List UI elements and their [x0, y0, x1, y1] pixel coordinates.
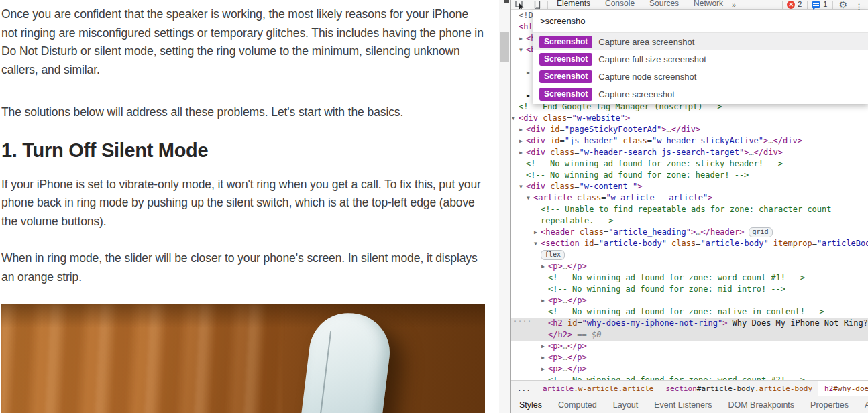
dom-tree-line[interactable]: <!-- No winning ad found for zone: stick…	[511, 158, 868, 170]
collapse-arrow-icon[interactable]: ▼	[519, 44, 523, 56]
error-count: 2	[798, 0, 802, 9]
devtools-toolbar: ElementsConsoleSourcesNetwork » ✕ 2 1 ⚙ …	[511, 0, 868, 10]
expand-arrow-icon[interactable]: ▶	[541, 341, 545, 352]
message-bubble-icon	[812, 1, 820, 8]
panel-tab-styles[interactable]: Styles	[511, 400, 550, 410]
expand-arrow-icon[interactable]: ▶	[527, 90, 530, 101]
more-tabs-icon[interactable]: »	[730, 1, 741, 9]
dom-tree-line[interactable]: ▼<div class="w-website">	[511, 113, 868, 124]
command-option[interactable]: ScreenshotCapture screenshot	[533, 85, 868, 103]
breadcrumb-item[interactable]: article.w-article.article	[537, 381, 660, 396]
devtools-tab-strip: ElementsConsoleSourcesNetwork	[549, 0, 730, 9]
dom-tree-line[interactable]: <!-- No winning ad found for zone: word …	[511, 375, 868, 380]
collapse-arrow-icon[interactable]: ▼	[527, 192, 530, 204]
expand-arrow-icon[interactable]: ▶	[541, 261, 545, 272]
panel-tab-computed[interactable]: Computed	[550, 400, 605, 410]
command-option[interactable]: ScreenshotCapture area screenshot	[533, 33, 868, 50]
toolbar-separator	[832, 1, 833, 9]
dom-tree-line[interactable]: <!-- No winning ad found for zone: heade…	[511, 170, 868, 181]
expand-arrow-icon[interactable]: ▶	[541, 295, 545, 306]
dom-tree-line[interactable]: ▶<div id="pageStickyFooterAd">…</div>	[511, 124, 868, 135]
dom-tree-line[interactable]: ▶<p>…</p>	[511, 261, 868, 272]
expand-arrow-icon[interactable]: ▶	[541, 363, 545, 375]
command-palette: >screensho ScreenshotCapture area screen…	[533, 10, 868, 104]
article-paragraph: The solutions below will address all the…	[1, 103, 487, 122]
expand-arrow-icon[interactable]: ▶	[519, 33, 523, 44]
panel-tab-layout[interactable]: Layout	[605, 400, 647, 410]
breadcrumb-item[interactable]: ...	[511, 381, 537, 396]
browser-page: Once you are confident that the speaker …	[0, 0, 499, 413]
collapse-arrow-icon[interactable]: ▼	[534, 238, 537, 249]
dom-tree-line[interactable]: repeatable. -->	[511, 215, 868, 227]
breadcrumb: ...article.w-article.articlesection#arti…	[511, 380, 868, 396]
collapse-arrow-icon[interactable]: ▼	[512, 113, 515, 124]
issues-counter[interactable]: 1	[809, 0, 831, 9]
collapse-arrow-icon[interactable]: ▼	[519, 181, 523, 192]
dom-tree-line[interactable]: ▶<p>…</p>	[511, 363, 868, 375]
dom-tree-line-selected[interactable]: </h2> == $0	[511, 329, 868, 341]
breadcrumb-item[interactable]: h2#why-does-my-iphone-not-ring	[818, 381, 868, 396]
dom-tree-line[interactable]: <!-- No winning ad found for zone: word …	[511, 272, 868, 284]
kebab-menu-icon[interactable]: ⋮	[853, 5, 868, 9]
command-option-label: Capture full size screenshot	[598, 54, 706, 64]
dom-tree-line[interactable]: <!-- Unable to find repeatable ads for z…	[511, 204, 868, 215]
section-heading: 1. Turn Off Silent Mode	[1, 139, 487, 162]
breadcrumb-item[interactable]: section#article-body.article-body	[659, 381, 818, 396]
dom-tree-line[interactable]: flex	[511, 249, 868, 261]
screenshot-category-badge: Screenshot	[539, 70, 592, 83]
article-paragraph: Once you are confident that the speaker …	[1, 5, 487, 79]
dom-tree-line-selected[interactable]: ····<h2 id="why-does-my-iphone-not-ring"…	[511, 318, 868, 329]
command-option[interactable]: ScreenshotCapture full size screenshot	[533, 50, 868, 68]
toolbar-separator	[782, 1, 783, 9]
page-scrollbar[interactable]	[499, 0, 510, 413]
dom-tree-line[interactable]: ▶<p>…</p>	[511, 341, 868, 352]
devtools-tab-console[interactable]: Console	[598, 0, 642, 9]
devtools-tab-elements[interactable]: Elements	[549, 0, 598, 9]
inspect-element-icon[interactable]	[511, 0, 529, 9]
scrollbar-up-arrow[interactable]	[504, 0, 509, 3]
dom-tree-line[interactable]: ▼<article class="w-article article">	[511, 192, 868, 204]
screenshot-category-badge: Screenshot	[539, 88, 592, 101]
error-icon: ✕	[787, 1, 795, 9]
toolbar-separator	[807, 1, 808, 9]
command-options-list: ScreenshotCapture area screenshotScreens…	[533, 33, 868, 103]
panel-tab-dom-breakpoints[interactable]: DOM Breakpoints	[720, 400, 802, 410]
settings-gear-icon[interactable]: ⚙	[834, 1, 853, 9]
error-counter[interactable]: ✕ 2	[784, 0, 806, 9]
command-input[interactable]: >screensho	[533, 10, 868, 33]
scrollbar-thumb[interactable]	[500, 32, 509, 62]
devtools-tab-network[interactable]: Network	[686, 0, 730, 9]
expand-arrow-icon[interactable]: ▶	[519, 135, 523, 147]
panel-tab-accessibility[interactable]: Accessibility	[857, 400, 868, 410]
devtools-panel: ElementsConsoleSourcesNetwork » ✕ 2 1 ⚙ …	[510, 0, 868, 413]
expand-arrow-icon[interactable]: ▶	[519, 124, 523, 135]
command-option[interactable]: ScreenshotCapture node screenshot	[533, 68, 868, 85]
command-option-label: Capture node screenshot	[598, 72, 696, 82]
node-overflow-dots[interactable]: ····	[513, 316, 532, 327]
styles-panel-tabs: StylesComputedLayoutEvent ListenersDOM B…	[511, 396, 868, 413]
command-option-label: Capture screenshot	[598, 89, 674, 99]
devtools-tab-sources[interactable]: Sources	[642, 0, 686, 9]
device-toolbar-icon[interactable]	[529, 0, 546, 9]
command-option-label: Capture area screenshot	[598, 37, 694, 47]
dom-tree-line[interactable]: ▶<header class="article_heading">…</head…	[511, 227, 868, 238]
expand-arrow-icon[interactable]: ▶	[534, 227, 537, 238]
dom-tree-line[interactable]: ▶<div class="w-header-search js-search-t…	[511, 147, 868, 158]
dom-tree-line[interactable]: <!-- No winning ad found for zone: mid i…	[511, 284, 868, 295]
dom-tree-line[interactable]: ▶<p>…</p>	[511, 295, 868, 306]
dom-tree-line[interactable]: ▼<section id="article-body" class="artic…	[511, 238, 868, 249]
article-paragraph: If your iPhone is set to vibrate-only mo…	[1, 176, 487, 231]
command-query-text: >screensho	[540, 16, 586, 26]
expand-arrow-icon[interactable]: ▶	[527, 67, 530, 78]
panel-tab-properties[interactable]: Properties	[802, 400, 857, 410]
dom-tree-line[interactable]: <!-- No winning ad found for zone: nativ…	[511, 306, 868, 318]
expand-arrow-icon[interactable]: ▶	[519, 147, 523, 158]
screenshot-category-badge: Screenshot	[539, 53, 592, 66]
dom-tree-line[interactable]: ▶<div id="js-header" class="w-header sti…	[511, 135, 868, 147]
expand-arrow-icon[interactable]: ▶	[541, 352, 545, 363]
article-photo-iphone-silent-switch	[1, 304, 485, 413]
panel-tab-event-listeners[interactable]: Event Listeners	[646, 400, 720, 410]
dom-tree-line[interactable]: ▶<p>…</p>	[511, 352, 868, 363]
toolbar-separator	[547, 1, 548, 9]
dom-tree-line[interactable]: ▼<div class="w-content ">	[511, 181, 868, 192]
